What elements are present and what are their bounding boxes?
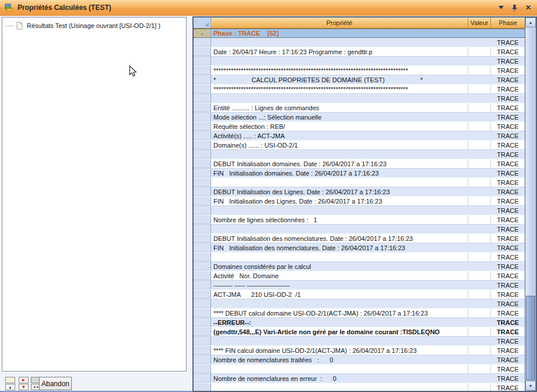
chevron-down-icon[interactable] — [499, 6, 504, 9]
row-selector-cell[interactable] — [194, 122, 211, 131]
row-selector-cell[interactable] — [194, 309, 211, 317]
row-selector-cell[interactable] — [194, 299, 211, 308]
properties-grid: Propriété Valeur Phase -Phase : TRACE [5… — [192, 16, 537, 392]
row-selector-cell[interactable] — [194, 243, 211, 252]
grid-row[interactable]: * CALCUL PROPRIETES DE DOMAINE (TEST) *T… — [194, 75, 525, 85]
grid-row[interactable]: TRACE — [194, 337, 525, 346]
row-selector-cell[interactable] — [194, 365, 211, 373]
row-selector-cell[interactable] — [194, 327, 211, 336]
row-selector-cell[interactable] — [194, 262, 211, 271]
grid-row[interactable]: (gendttr,548,,,E) Vari-Article non géré … — [194, 327, 525, 337]
row-selector-cell[interactable] — [194, 94, 211, 103]
grid-row[interactable]: Entité .......... : Lignes de commandesT… — [194, 103, 525, 113]
row-selector-cell[interactable] — [194, 47, 211, 56]
grid-row[interactable]: TRACE — [194, 365, 525, 374]
row-selector-cell[interactable] — [194, 281, 211, 289]
row-selector-cell[interactable] — [194, 290, 211, 299]
grid-row[interactable]: TRACE — [194, 150, 525, 159]
value-cell — [468, 309, 491, 317]
vertical-scrollbar[interactable]: ▲ ▼ — [525, 18, 536, 391]
row-selector-cell[interactable] — [194, 234, 211, 243]
red-down-arrow-button[interactable]: ▼ — [19, 384, 29, 390]
grid-row[interactable]: --------- ----- --------------------TRAC… — [194, 281, 525, 290]
row-selector-cell[interactable] — [194, 103, 211, 112]
row-selector-cell[interactable] — [194, 66, 211, 75]
grid-row[interactable]: DEBUT Initialisation des Lignes. Date : … — [194, 187, 525, 197]
row-selector-cell[interactable] — [194, 337, 211, 345]
grid-row[interactable]: TRACE — [194, 178, 525, 187]
row-selector-cell[interactable] — [194, 38, 211, 47]
row-selector-cell[interactable] — [194, 197, 211, 205]
grid-row[interactable]: ACT-JMA 210 USI-OD-2 /1TRACE — [194, 290, 525, 299]
row-selector-cell[interactable] — [194, 215, 211, 224]
row-selector-cell[interactable] — [194, 159, 211, 168]
row-selector-cell[interactable] — [194, 85, 211, 93]
row-selector-cell[interactable] — [194, 346, 211, 355]
scroll-down-icon[interactable]: ▼ — [525, 381, 536, 391]
row-selector-cell[interactable]: - — [194, 29, 211, 37]
column-header-valeur[interactable]: Valeur — [468, 18, 491, 28]
grid-row[interactable]: Nombre de nomenclatures en erreur : 0TRA… — [194, 374, 525, 383]
row-selector-cell[interactable] — [194, 57, 211, 65]
black-up-arrow-button[interactable]: ▲ — [5, 384, 15, 390]
grid-row[interactable]: Activité Nor. DomaineTRACE — [194, 271, 525, 281]
row-selector-cell[interactable] — [194, 271, 211, 280]
row-selector-cell[interactable] — [194, 150, 211, 159]
grid-row[interactable]: TRACE — [194, 206, 525, 215]
grid-row[interactable]: FIN Initialisation des Lignes. Date : 26… — [194, 197, 525, 206]
grid-group-row[interactable]: -Phase : TRACE [52] — [194, 29, 525, 38]
grid-row[interactable]: FIN Initialisation des nomenclatures. Da… — [194, 243, 525, 253]
row-selector-cell[interactable] — [194, 178, 211, 187]
scroll-up-icon[interactable]: ▲ — [525, 18, 536, 27]
value-cell — [468, 141, 491, 149]
row-selector-cell[interactable] — [194, 318, 211, 327]
row-selector-cell[interactable] — [194, 383, 211, 391]
grid-row[interactable]: TRACE — [194, 299, 525, 309]
row-selector-cell[interactable] — [194, 169, 211, 177]
titlebar[interactable]: Propriétés Calculées (TEST) ✕ — [0, 0, 537, 16]
row-selector-cell[interactable] — [194, 253, 211, 261]
row-selector-cell[interactable] — [194, 206, 211, 215]
grid-row[interactable]: Date : 26/04/17 Heure : 17:16:23 Program… — [194, 47, 525, 57]
grid-row[interactable]: FIN Initialisation domaines. Date : 26/0… — [194, 169, 525, 178]
abandon-button[interactable]: Abandon — [39, 377, 72, 390]
row-selector-cell[interactable] — [194, 141, 211, 149]
grid-row[interactable]: --ERREUR--:TRACE — [194, 318, 525, 327]
grid-row[interactable]: TRACE — [194, 253, 525, 262]
results-tree-panel: Résultats Test (Usinage ouvrant [USI-OD-… — [2, 17, 187, 372]
scrollbar-thumb[interactable] — [526, 296, 535, 380]
row-selector-cell[interactable] — [194, 75, 211, 84]
row-selector-cell[interactable] — [194, 113, 211, 121]
grid-row[interactable]: TRACE — [194, 225, 525, 234]
grid-row[interactable]: **** DEBUT calcul domaine USI-OD-2/1(ACT… — [194, 309, 525, 318]
grid-row[interactable]: TRACE — [194, 57, 525, 66]
grid-row[interactable]: Domaine(s) ...... : USI-OD-2/1TRACE — [194, 141, 525, 150]
red-right-arrow-button[interactable]: ► — [19, 377, 29, 383]
grid-row[interactable]: ****************************************… — [194, 66, 525, 75]
grid-row[interactable]: DEBUT Initialisation des nomenclatures. … — [194, 234, 525, 243]
tree-item-resultats-test[interactable]: Résultats Test (Usinage ouvrant [USI-OD-… — [2, 20, 186, 31]
row-selector-cell[interactable] — [194, 187, 211, 196]
grid-row[interactable]: TRACE — [194, 94, 525, 103]
grid-row[interactable]: Domaines considérés par le calculTRACE — [194, 262, 525, 271]
column-header-phase[interactable]: Phase — [491, 18, 525, 28]
grid-row[interactable]: **** FIN calcul domaine USI-OD-2/1(ACT-J… — [194, 346, 525, 355]
close-icon[interactable]: ✕ — [525, 4, 531, 11]
row-selector-cell[interactable] — [194, 355, 211, 364]
grid-row[interactable]: ****************************************… — [194, 85, 525, 94]
row-selector-cell[interactable] — [194, 225, 211, 233]
grid-row[interactable]: Requête sélection : REB/TRACE — [194, 122, 525, 131]
blank-beige-button[interactable] — [5, 377, 15, 383]
row-selector-cell[interactable] — [194, 374, 211, 383]
grid-row[interactable]: TRACE — [194, 38, 525, 47]
pin-icon[interactable] — [511, 4, 518, 12]
grid-row[interactable]: Mode sélection ...: Sélection manuelleTR… — [194, 113, 525, 122]
grid-row[interactable]: DEBUT Initialisation domaines. Date : 26… — [194, 159, 525, 169]
grid-row[interactable]: Nombre de nomenclatures traitées : 0TRAC… — [194, 355, 525, 365]
grid-row[interactable]: Nombre de lignes sélectionnées : 1TRACE — [194, 215, 525, 225]
select-all-corner-cell[interactable] — [194, 18, 211, 28]
row-selector-cell[interactable] — [194, 131, 211, 140]
grid-row[interactable]: Activité(s) ..... : ACT-JMATRACE — [194, 131, 525, 141]
column-header-propriete[interactable]: Propriété — [211, 18, 468, 28]
grid-row[interactable]: TRACE — [194, 383, 525, 391]
